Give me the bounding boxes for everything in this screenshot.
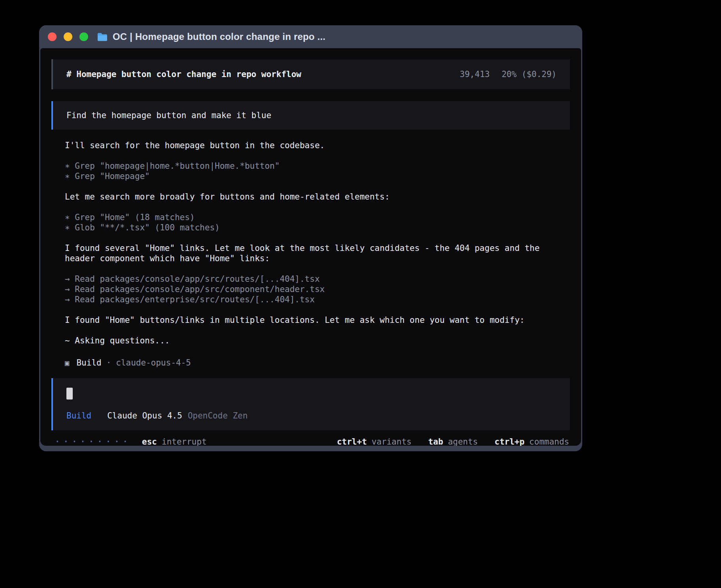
tool-call-group: → Read packages/console/app/src/routes/[… — [65, 274, 557, 305]
assistant-text: I found "Home" buttons/links in multiple… — [65, 315, 557, 325]
input-provider-label: OpenCode Zen — [188, 411, 248, 421]
esc-key: esc — [142, 437, 157, 446]
terminal-window: OC | Homepage button color change in rep… — [39, 25, 582, 451]
agent-status: ▣ Build · claude-opus-4-5 — [65, 358, 557, 368]
minimize-button[interactable] — [64, 32, 72, 41]
tool-call: ∗ Grep "homepage|home.*button|Home.*butt… — [65, 161, 557, 171]
tool-call-group: ∗ Grep "Home" (18 matches) ∗ Glob "**/*.… — [65, 212, 557, 233]
tool-call: ∗ Glob "**/*.tsx" (100 matches) — [65, 222, 557, 233]
status-separator: · — [106, 358, 111, 368]
agent-status-icon: ▣ — [65, 358, 69, 368]
assistant-text: I'll search for the homepage button in t… — [65, 140, 557, 151]
tool-call-group: ∗ Grep "homepage|home.*button|Home.*butt… — [65, 161, 557, 181]
agents-hint: tab agents — [428, 437, 478, 446]
assistant-text: Let me search more broadly for buttons a… — [65, 192, 557, 202]
conversation: I'll search for the homepage button in t… — [65, 140, 557, 356]
input-model-label: Claude Opus 4.5 — [107, 411, 182, 421]
commands-key: ctrl+p — [495, 437, 525, 446]
agent-mode-label: Build — [66, 411, 91, 421]
commands-hint: ctrl+p commands — [495, 437, 569, 446]
interrupt-label: interrupt — [162, 437, 207, 446]
agent-name: Build — [76, 358, 101, 368]
spinner: ········· — [55, 437, 131, 446]
variants-hint: ctrl+t variants — [337, 437, 411, 446]
tool-call: ∗ Grep "Home" (18 matches) — [65, 212, 557, 222]
agents-key: tab — [428, 437, 443, 446]
window-controls — [48, 32, 88, 41]
variants-label: variants — [372, 437, 411, 446]
tool-call: → Read packages/console/app/src/routes/[… — [65, 274, 557, 284]
token-count: 39,413 — [460, 69, 490, 79]
close-button[interactable] — [48, 32, 57, 41]
window-title: OC | Homepage button color change in rep… — [113, 31, 325, 42]
interrupt-hint: esc interrupt — [142, 437, 207, 446]
tool-call: → Read packages/enterprise/src/routes/[.… — [65, 294, 557, 305]
shortcut-hints: ctrl+t variants tab agents ctrl+p comman… — [320, 437, 569, 446]
zoom-button[interactable] — [79, 32, 88, 41]
prompt-input[interactable]: Build Claude Opus 4.5 OpenCode Zen — [51, 378, 570, 430]
status-bar: ········· esc interrupt ctrl+t variants … — [51, 430, 570, 446]
session-header: # Homepage button color change in repo w… — [51, 59, 570, 89]
agents-label: agents — [448, 437, 478, 446]
variants-key: ctrl+t — [337, 437, 367, 446]
session-stats: 39,413 20% ($0.29) — [460, 69, 557, 79]
terminal-content: # Homepage button color change in repo w… — [40, 48, 581, 446]
text-cursor — [66, 388, 73, 400]
folder-icon — [97, 32, 108, 41]
model-name: claude-opus-4-5 — [116, 358, 191, 368]
commands-label: commands — [529, 437, 569, 446]
context-usage: 20% ($0.29) — [502, 69, 557, 79]
assistant-status-text: ~ Asking questions... — [65, 335, 557, 346]
title-bar: OC | Homepage button color change in rep… — [39, 25, 582, 48]
session-title: # Homepage button color change in repo w… — [66, 69, 301, 79]
prompt-meta: Build Claude Opus 4.5 OpenCode Zen — [66, 411, 557, 421]
assistant-text: I found several "Home" links. Let me loo… — [65, 243, 557, 264]
tool-call: → Read packages/console/app/src/componen… — [65, 284, 557, 294]
user-message: Find the homepage button and make it blu… — [51, 101, 570, 130]
tool-call: ∗ Grep "Homepage" — [65, 171, 557, 181]
